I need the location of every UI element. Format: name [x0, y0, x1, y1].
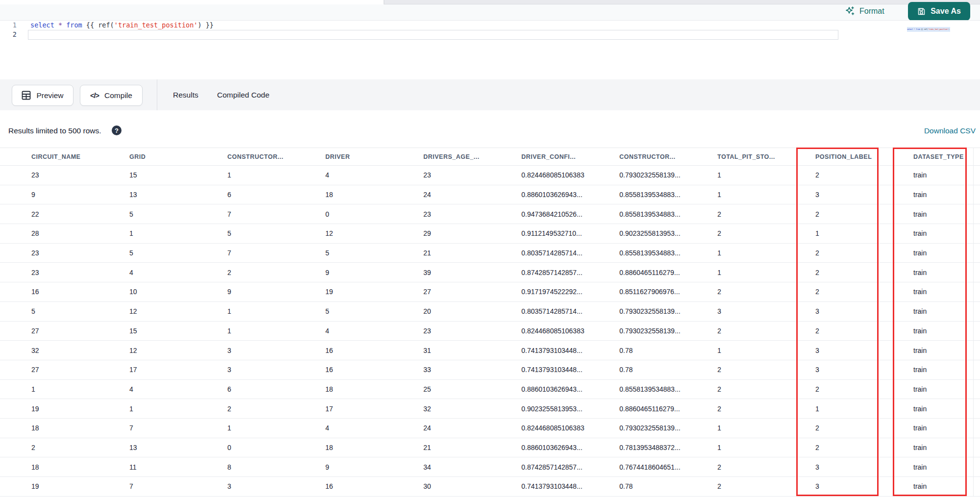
table-cell: 9	[294, 457, 392, 477]
tab-compiled-code[interactable]: Compiled Code	[217, 87, 270, 103]
column-header: CONSTRUCTOR...	[588, 148, 686, 166]
table-cell: 6	[196, 185, 294, 204]
table-header-row: CIRCUIT_NAMEGRIDCONSTRUCTOR...DRIVERDRIV…	[0, 148, 980, 166]
table-cell: 1	[196, 166, 294, 185]
table-cell: 0.78	[588, 477, 686, 497]
table-row: 231514230.8244680851063830.7930232558139…	[0, 166, 980, 185]
table-cell: 17	[294, 399, 392, 419]
table-cell: 18	[0, 418, 98, 438]
column-header: CONSTRUCTOR...	[196, 148, 294, 166]
table-cell: 2	[686, 282, 784, 302]
tab-results[interactable]: Results	[173, 87, 198, 103]
table-cell: 0.78	[588, 360, 686, 379]
save-icon	[917, 7, 926, 16]
table-cell: 0.9171974522292...	[490, 282, 588, 302]
table-cell: 18	[294, 185, 392, 204]
table-cell: 33	[392, 360, 490, 379]
table-cell: 0.9112149532710...	[490, 224, 588, 244]
line-number-gutter: 1 2	[0, 21, 24, 39]
table-cell: 0.7413793103448...	[490, 477, 588, 497]
table-cell: 3	[686, 301, 784, 321]
help-icon[interactable]: ?	[112, 125, 122, 135]
table-cell: 13	[98, 438, 196, 457]
table-cell: 3	[784, 341, 882, 360]
table-cell: 5	[98, 204, 196, 224]
preview-button[interactable]: Preview	[12, 85, 74, 106]
table-cell: 16	[0, 282, 98, 302]
table-cell: 2	[784, 418, 882, 438]
table-cell: 30	[392, 477, 490, 497]
table-cell: 0.8558139534883...	[588, 243, 686, 263]
code-minimap[interactable]: select * from {{ ref('train_test_positio…	[907, 27, 950, 32]
table-cell: 2	[686, 360, 784, 379]
table-cell: 0.7413793103448...	[490, 360, 588, 379]
table-cell: 2	[784, 166, 882, 185]
table-cell: 15	[98, 166, 196, 185]
table-cell: 2	[784, 263, 882, 282]
table-cell: 2	[686, 399, 784, 419]
column-header: POSITION_LABEL	[784, 148, 882, 166]
table-cell: 20	[392, 301, 490, 321]
table-cell: 4	[294, 418, 392, 438]
table-cell: 3	[196, 341, 294, 360]
compile-button[interactable]: </> Compile	[80, 85, 143, 106]
table-cell: 31	[392, 341, 490, 360]
line-number: 1	[0, 21, 24, 30]
download-csv-link[interactable]: Download CSV	[924, 126, 976, 135]
table-cell: 5	[196, 224, 294, 244]
tab-results-label: Results	[173, 91, 198, 100]
table-cell: 27	[392, 282, 490, 302]
table-cell: 9	[196, 282, 294, 302]
table-cell: train	[882, 282, 980, 302]
save-as-button[interactable]: Save As	[908, 2, 970, 21]
table-row: 23575210.8035714285714...0.8558139534883…	[0, 243, 980, 263]
table-cell: 5	[294, 243, 392, 263]
table-cell: 2	[0, 438, 98, 457]
table-cell: 0.8860465116279...	[588, 399, 686, 419]
table-cell: 0.8742857142857...	[490, 457, 588, 477]
column-header: GRID	[98, 148, 196, 166]
column-header: DRIVER	[294, 148, 392, 166]
table-cell: train	[882, 477, 980, 497]
results-table: CIRCUIT_NAMEGRIDCONSTRUCTOR...DRIVERDRIV…	[0, 148, 980, 497]
table-cell: 0.7930232558139...	[588, 301, 686, 321]
table-cell: 8	[196, 457, 294, 477]
inactive-tab-area[interactable]	[384, 0, 980, 4]
table-cell: 0.8035714285714...	[490, 301, 588, 321]
table-cell: 23	[0, 166, 98, 185]
table-cell: 1	[196, 321, 294, 341]
table-cell: 5	[294, 301, 392, 321]
table-cell: 2	[686, 321, 784, 341]
table-cell: 0.9473684210526...	[490, 204, 588, 224]
table-cell: train	[882, 341, 980, 360]
table-row: 213018210.8860103626943...0.781395348837…	[0, 438, 980, 457]
code-editor[interactable]: 1 2 select * from {{ ref('train_test_pos…	[0, 21, 980, 79]
table-column-divider	[973, 148, 974, 496]
table-cell: 6	[196, 379, 294, 399]
table-cell: 3	[784, 185, 882, 204]
table-cell: 1	[98, 399, 196, 419]
format-button[interactable]: Format	[845, 5, 884, 18]
results-table-wrap: CIRCUIT_NAMEGRIDCONSTRUCTOR...DRIVERDRIV…	[0, 148, 980, 497]
table-cell: 0.824468085106383	[490, 166, 588, 185]
table-cell: 2	[784, 282, 882, 302]
table-cell: train	[882, 204, 980, 224]
table-cell: 21	[392, 438, 490, 457]
table-cell: 18	[294, 438, 392, 457]
table-cell: 12	[98, 301, 196, 321]
results-limit-text: Results limited to 500 rows.	[8, 126, 101, 135]
table-cell: 27	[0, 360, 98, 379]
table-cell: 22	[0, 204, 98, 224]
table-row: 51215200.8035714285714...0.7930232558139…	[0, 301, 980, 321]
table-cell: 1	[784, 399, 882, 419]
table-cell: 3	[196, 360, 294, 379]
table-cell: 27	[0, 321, 98, 341]
code-line-1[interactable]: select * from {{ ref('train_test_positio…	[30, 21, 214, 30]
table-cell: 1	[0, 379, 98, 399]
table-cell: 0.8511627906976...	[588, 282, 686, 302]
table-cell: 18	[0, 457, 98, 477]
table-cell: 28	[0, 224, 98, 244]
results-bar: Results limited to 500 rows. ? Download …	[0, 110, 980, 148]
table-row: 18714240.8244680851063830.7930232558139.…	[0, 418, 980, 438]
table-cell: train	[882, 243, 980, 263]
